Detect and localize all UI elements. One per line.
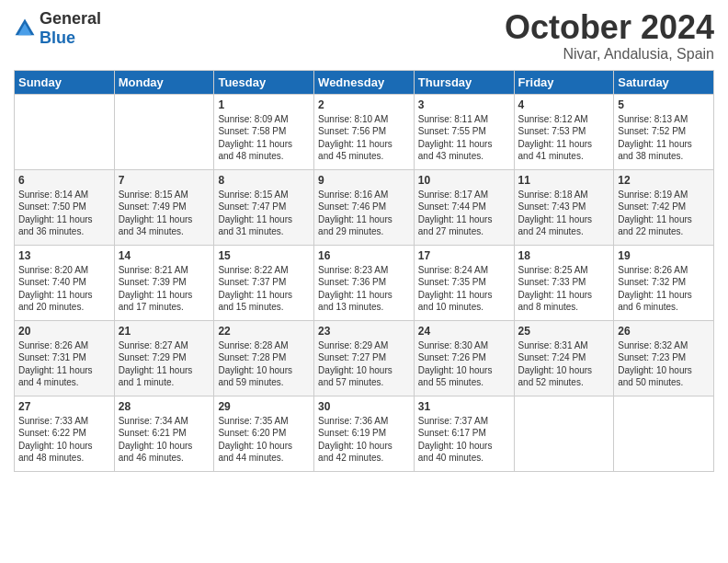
day-number: 20	[18, 325, 110, 338]
day-detail: Sunrise: 8:27 AM Sunset: 7:29 PM Dayligh…	[119, 339, 210, 389]
day-detail: Sunrise: 8:15 AM Sunset: 7:47 PM Dayligh…	[218, 189, 310, 238]
header: General Blue October 2024 Nivar, Andalus…	[14, 9, 714, 63]
logo-icon	[14, 17, 36, 40]
calendar-cell: 20Sunrise: 8:26 AM Sunset: 7:31 PM Dayli…	[15, 320, 115, 396]
day-number: 13	[18, 249, 110, 262]
calendar-cell: 12Sunrise: 8:19 AM Sunset: 7:42 PM Dayli…	[614, 169, 714, 245]
logo-blue: Blue	[40, 29, 75, 47]
day-detail: Sunrise: 8:25 AM Sunset: 7:33 PM Dayligh…	[518, 264, 610, 314]
calendar-cell: 17Sunrise: 8:24 AM Sunset: 7:35 PM Dayli…	[414, 245, 514, 320]
calendar-cell	[114, 94, 214, 169]
day-number: 16	[318, 249, 410, 262]
day-number: 22	[218, 325, 310, 338]
location-title: Nivar, Andalusia, Spain	[505, 46, 714, 63]
day-detail: Sunrise: 8:26 AM Sunset: 7:31 PM Dayligh…	[18, 339, 110, 389]
title-block: October 2024 Nivar, Andalusia, Spain	[505, 9, 714, 63]
calendar-cell: 6Sunrise: 8:14 AM Sunset: 7:50 PM Daylig…	[15, 169, 115, 245]
calendar-cell: 11Sunrise: 8:18 AM Sunset: 7:43 PM Dayli…	[514, 169, 614, 245]
col-friday: Friday	[514, 70, 614, 94]
day-detail: Sunrise: 8:21 AM Sunset: 7:39 PM Dayligh…	[119, 264, 210, 314]
day-number: 28	[119, 400, 210, 413]
day-number: 21	[119, 325, 210, 338]
day-detail: Sunrise: 7:36 AM Sunset: 6:19 PM Dayligh…	[318, 415, 410, 465]
day-number: 25	[518, 325, 610, 338]
col-thursday: Thursday	[414, 70, 514, 94]
calendar-cell: 31Sunrise: 7:37 AM Sunset: 6:17 PM Dayli…	[414, 396, 514, 471]
calendar-cell: 28Sunrise: 7:34 AM Sunset: 6:21 PM Dayli…	[114, 396, 214, 471]
calendar-cell: 29Sunrise: 7:35 AM Sunset: 6:20 PM Dayli…	[214, 396, 314, 471]
week-row-3: 13Sunrise: 8:20 AM Sunset: 7:40 PM Dayli…	[15, 245, 714, 320]
day-detail: Sunrise: 8:16 AM Sunset: 7:46 PM Dayligh…	[318, 189, 410, 238]
day-number: 26	[618, 325, 710, 338]
logo: General Blue	[14, 9, 101, 48]
day-number: 17	[418, 249, 510, 262]
calendar-cell: 8Sunrise: 8:15 AM Sunset: 7:47 PM Daylig…	[214, 169, 314, 245]
day-number: 2	[318, 98, 410, 111]
day-number: 6	[18, 174, 110, 187]
calendar-cell: 24Sunrise: 8:30 AM Sunset: 7:26 PM Dayli…	[414, 320, 514, 396]
day-number: 24	[418, 325, 510, 338]
day-number: 12	[618, 174, 710, 187]
day-number: 7	[119, 174, 210, 187]
calendar-table: Sunday Monday Tuesday Wednesday Thursday…	[14, 70, 714, 472]
day-number: 18	[518, 249, 610, 262]
day-number: 10	[418, 174, 510, 187]
day-detail: Sunrise: 8:28 AM Sunset: 7:28 PM Dayligh…	[218, 339, 310, 389]
day-number: 9	[318, 174, 410, 187]
day-number: 1	[218, 98, 310, 111]
main-container: General Blue October 2024 Nivar, Andalus…	[0, 0, 728, 481]
col-saturday: Saturday	[614, 70, 714, 94]
calendar-cell	[614, 396, 714, 471]
calendar-cell: 7Sunrise: 8:15 AM Sunset: 7:49 PM Daylig…	[114, 169, 214, 245]
day-number: 19	[618, 249, 710, 262]
day-detail: Sunrise: 8:11 AM Sunset: 7:55 PM Dayligh…	[418, 113, 510, 163]
col-monday: Monday	[114, 70, 214, 94]
day-number: 23	[318, 325, 410, 338]
week-row-2: 6Sunrise: 8:14 AM Sunset: 7:50 PM Daylig…	[15, 169, 714, 245]
day-detail: Sunrise: 8:09 AM Sunset: 7:58 PM Dayligh…	[218, 113, 310, 163]
day-detail: Sunrise: 8:19 AM Sunset: 7:42 PM Dayligh…	[618, 189, 710, 238]
day-detail: Sunrise: 7:35 AM Sunset: 6:20 PM Dayligh…	[218, 415, 310, 465]
calendar-cell: 27Sunrise: 7:33 AM Sunset: 6:22 PM Dayli…	[15, 396, 115, 471]
col-sunday: Sunday	[15, 70, 115, 94]
calendar-cell: 25Sunrise: 8:31 AM Sunset: 7:24 PM Dayli…	[514, 320, 614, 396]
calendar-cell: 3Sunrise: 8:11 AM Sunset: 7:55 PM Daylig…	[414, 94, 514, 169]
day-detail: Sunrise: 8:20 AM Sunset: 7:40 PM Dayligh…	[18, 264, 110, 314]
day-detail: Sunrise: 8:32 AM Sunset: 7:23 PM Dayligh…	[618, 339, 710, 389]
day-detail: Sunrise: 8:13 AM Sunset: 7:52 PM Dayligh…	[618, 113, 710, 163]
day-detail: Sunrise: 8:23 AM Sunset: 7:36 PM Dayligh…	[318, 264, 410, 314]
day-number: 27	[18, 400, 110, 413]
day-number: 4	[518, 98, 610, 111]
calendar-cell	[514, 396, 614, 471]
day-detail: Sunrise: 8:15 AM Sunset: 7:49 PM Dayligh…	[119, 189, 210, 238]
day-number: 3	[418, 98, 510, 111]
day-number: 5	[618, 98, 710, 111]
day-detail: Sunrise: 7:34 AM Sunset: 6:21 PM Dayligh…	[119, 415, 210, 465]
col-tuesday: Tuesday	[214, 70, 314, 94]
day-detail: Sunrise: 8:17 AM Sunset: 7:44 PM Dayligh…	[418, 189, 510, 238]
day-detail: Sunrise: 7:37 AM Sunset: 6:17 PM Dayligh…	[418, 415, 510, 465]
calendar-body: 1Sunrise: 8:09 AM Sunset: 7:58 PM Daylig…	[15, 94, 714, 471]
week-row-4: 20Sunrise: 8:26 AM Sunset: 7:31 PM Dayli…	[15, 320, 714, 396]
calendar-cell: 15Sunrise: 8:22 AM Sunset: 7:37 PM Dayli…	[214, 245, 314, 320]
calendar-cell: 9Sunrise: 8:16 AM Sunset: 7:46 PM Daylig…	[314, 169, 415, 245]
day-number: 11	[518, 174, 610, 187]
logo-general: General	[40, 9, 101, 28]
calendar-cell: 1Sunrise: 8:09 AM Sunset: 7:58 PM Daylig…	[214, 94, 314, 169]
day-number: 8	[218, 174, 310, 187]
day-detail: Sunrise: 8:12 AM Sunset: 7:53 PM Dayligh…	[518, 113, 610, 163]
calendar-cell	[15, 94, 115, 169]
day-number: 30	[318, 400, 410, 413]
day-detail: Sunrise: 8:22 AM Sunset: 7:37 PM Dayligh…	[218, 264, 310, 314]
calendar-cell: 14Sunrise: 8:21 AM Sunset: 7:39 PM Dayli…	[114, 245, 214, 320]
day-detail: Sunrise: 8:30 AM Sunset: 7:26 PM Dayligh…	[418, 339, 510, 389]
calendar-cell: 30Sunrise: 7:36 AM Sunset: 6:19 PM Dayli…	[314, 396, 415, 471]
calendar-cell: 2Sunrise: 8:10 AM Sunset: 7:56 PM Daylig…	[314, 94, 415, 169]
day-detail: Sunrise: 8:26 AM Sunset: 7:32 PM Dayligh…	[618, 264, 710, 314]
calendar-cell: 16Sunrise: 8:23 AM Sunset: 7:36 PM Dayli…	[314, 245, 415, 320]
header-row: Sunday Monday Tuesday Wednesday Thursday…	[15, 70, 714, 94]
calendar-cell: 10Sunrise: 8:17 AM Sunset: 7:44 PM Dayli…	[414, 169, 514, 245]
calendar-cell: 22Sunrise: 8:28 AM Sunset: 7:28 PM Dayli…	[214, 320, 314, 396]
calendar-cell: 13Sunrise: 8:20 AM Sunset: 7:40 PM Dayli…	[15, 245, 115, 320]
day-detail: Sunrise: 7:33 AM Sunset: 6:22 PM Dayligh…	[18, 415, 110, 465]
